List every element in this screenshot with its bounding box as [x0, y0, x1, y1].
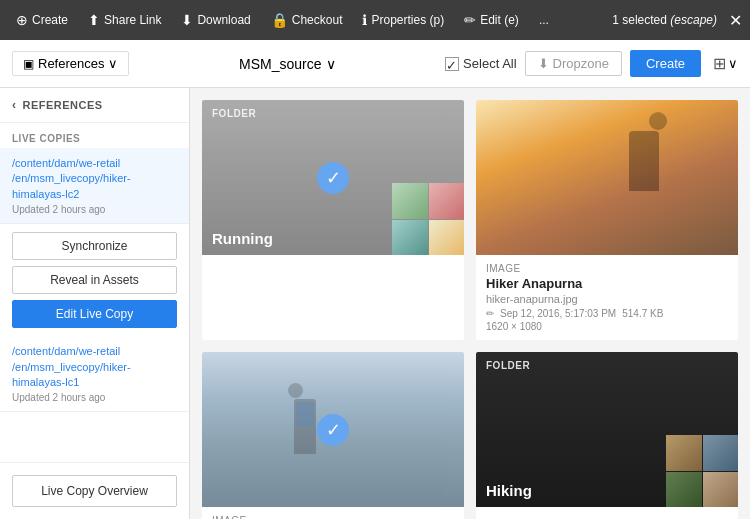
card-hiking-thumb: FOLDER Hiking [476, 352, 738, 507]
card-running-thumb: FOLDER Running ✓ [202, 100, 464, 255]
main-area: ‹ REFERENCES LIVE COPIES /content/dam/we… [0, 88, 750, 519]
grid-view-icon: ⊞ [713, 54, 726, 73]
checkout-label: Checkout [292, 13, 343, 27]
card-running[interactable]: FOLDER Running ✓ [202, 100, 464, 340]
toolbar: ⊕ Create ⬆ Share Link ⬇ Download 🔒 Check… [0, 0, 750, 40]
sidebar-footer: Live Copy Overview [0, 462, 189, 519]
share-link-label: Share Link [104, 13, 161, 27]
sidebar-actions: Synchronize Reveal in Assets Edit Live C… [0, 224, 189, 336]
live-copy-item-2[interactable]: /content/dam/we-retail/en/msm_livecopy/h… [0, 336, 189, 412]
content-area: FOLDER Running ✓ [190, 88, 750, 519]
back-icon[interactable]: ‹ [12, 98, 17, 112]
card-anapurna-meta: ✏ Sep 12, 2016, 5:17:03 PM 514.7 KB [486, 308, 728, 319]
card-hiking[interactable]: FOLDER Hiking [476, 352, 738, 519]
live-copy-path-2: /content/dam/we-retail/en/msm_livecopy/h… [12, 344, 177, 390]
download-icon: ⬇ [181, 12, 193, 28]
create-button[interactable]: Create [630, 50, 701, 77]
dropzone-label: Dropzone [553, 56, 609, 71]
live-copy-item-1[interactable]: /content/dam/we-retail/en/msm_livecopy/h… [0, 148, 189, 224]
dropdown-chevron-icon: ∨ [108, 56, 118, 71]
card-hiker-himalayas[interactable]: ✓ IMAGE Hiker Himalayas hiker-himalayas.… [202, 352, 464, 519]
source-name: MSM_source [239, 56, 321, 72]
card-anapurna-filename: hiker-anapurna.jpg [486, 293, 728, 305]
card-himalayas-info: IMAGE Hiker Himalayas hiker-himalayas.jp… [202, 507, 464, 519]
live-copies-section-title: LIVE COPIES [0, 123, 189, 148]
card-himalayas-type: IMAGE [212, 515, 454, 519]
toolbar-checkout[interactable]: 🔒 Checkout [263, 4, 351, 36]
card-hiker-anapurna[interactable]: IMAGE Hiker Anapurna hiker-anapurna.jpg … [476, 100, 738, 340]
card-running-name: Running [212, 230, 273, 247]
live-copy-updated-1: Updated 2 hours ago [12, 204, 177, 215]
sidebar-header-label: REFERENCES [23, 99, 103, 111]
toolbar-download[interactable]: ⬇ Download [173, 4, 258, 36]
view-toggle[interactable]: ⊞ ∨ [713, 54, 738, 73]
select-all-control[interactable]: ✓ Select All [445, 56, 516, 71]
edit-icon: ✏ [486, 308, 494, 319]
live-copy-updated-2: Updated 2 hours ago [12, 392, 177, 403]
card-anapurna-name: Hiker Anapurna [486, 276, 728, 291]
more-label: ... [539, 13, 549, 27]
card-anapurna-info: IMAGE Hiker Anapurna hiker-anapurna.jpg … [476, 255, 738, 340]
toolbar-create[interactable]: ⊕ Create [8, 4, 76, 36]
card-hiking-type: FOLDER [486, 360, 530, 371]
card-running-check: ✓ [317, 162, 349, 194]
references-dropdown[interactable]: ▣ References ∨ [12, 51, 129, 76]
view-dropdown-icon: ∨ [728, 56, 738, 71]
dropzone-button[interactable]: ⬇ Dropzone [525, 51, 622, 76]
lock-icon: 🔒 [271, 12, 288, 28]
secondary-bar: ▣ References ∨ MSM_source ∨ ✓ Select All… [0, 40, 750, 88]
edit-live-copy-button[interactable]: Edit Live Copy [12, 300, 177, 328]
synchronize-button[interactable]: Synchronize [12, 232, 177, 260]
sidebar-header: ‹ REFERENCES [0, 88, 189, 123]
toolbar-edit[interactable]: ✏ Edit (e) [456, 4, 527, 36]
card-grid: FOLDER Running ✓ [202, 100, 738, 519]
toolbar-more[interactable]: ... [531, 4, 557, 36]
msm-source-selector[interactable]: MSM_source ∨ [239, 56, 335, 72]
card-himalayas-thumb: ✓ [202, 352, 464, 507]
dropzone-arrow-icon: ⬇ [538, 56, 549, 71]
selection-indicator: 1 selected (escape) [612, 13, 717, 27]
reveal-in-assets-button[interactable]: Reveal in Assets [12, 266, 177, 294]
references-label: References [38, 56, 104, 71]
sidebar: ‹ REFERENCES LIVE COPIES /content/dam/we… [0, 88, 190, 519]
create-label: Create [32, 13, 68, 27]
card-anapurna-type: IMAGE [486, 263, 728, 274]
share-icon: ⬆ [88, 12, 100, 28]
toolbar-properties[interactable]: ℹ Properties (p) [354, 4, 452, 36]
select-all-checkbox[interactable]: ✓ [445, 57, 459, 71]
panel-icon: ▣ [23, 57, 34, 71]
edit-label: Edit (e) [480, 13, 519, 27]
source-dropdown-icon: ∨ [326, 56, 336, 72]
plus-icon: ⊕ [16, 12, 28, 28]
live-copy-overview-button[interactable]: Live Copy Overview [12, 475, 177, 507]
card-running-type: FOLDER [212, 108, 256, 119]
info-icon: ℹ [362, 12, 367, 28]
live-copy-path-1: /content/dam/we-retail/en/msm_livecopy/h… [12, 156, 177, 202]
properties-label: Properties (p) [371, 13, 444, 27]
card-himalayas-check: ✓ [317, 414, 349, 446]
edit-pencil-icon: ✏ [464, 12, 476, 28]
toolbar-share-link[interactable]: ⬆ Share Link [80, 4, 169, 36]
close-button[interactable]: ✕ [729, 11, 742, 30]
download-label: Download [197, 13, 250, 27]
select-all-label: Select All [463, 56, 516, 71]
card-anapurna-thumb [476, 100, 738, 255]
card-anapurna-dimensions: 1620 × 1080 [486, 321, 728, 332]
card-hiking-name: Hiking [486, 482, 532, 499]
